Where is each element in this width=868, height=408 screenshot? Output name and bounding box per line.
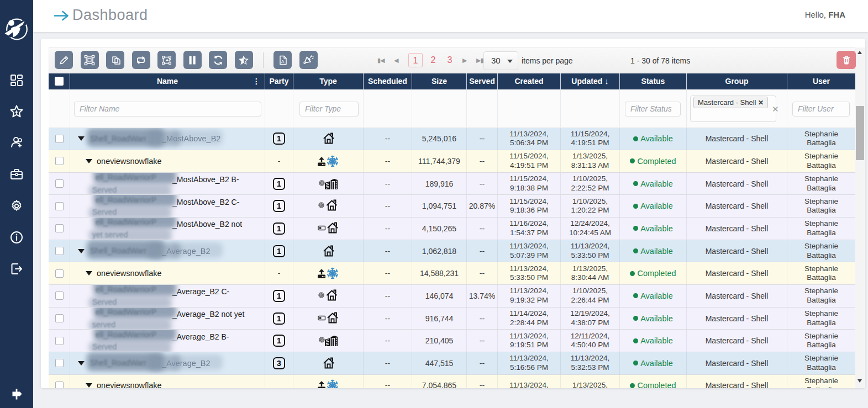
svg-text:A: A — [281, 59, 285, 63]
